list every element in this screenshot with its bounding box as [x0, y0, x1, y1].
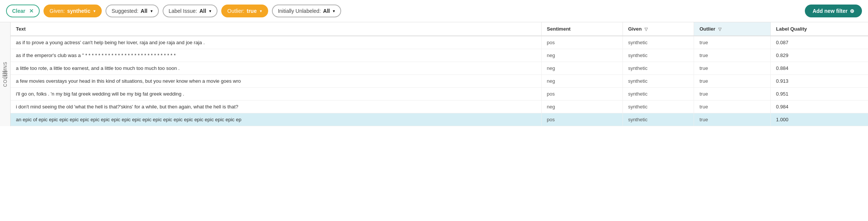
cell-text: i'll go on, folks . 'n my big fat greek …	[11, 88, 541, 100]
cell-outlier: true	[694, 49, 770, 62]
columns-sidebar[interactable]: Columns	[0, 22, 11, 126]
cell-label-quality: 1.000	[770, 113, 868, 126]
cell-label-quality: 0.951	[770, 88, 868, 100]
cell-given: synthetic	[623, 49, 694, 62]
outlier-filter-prefix: Outlier:	[227, 8, 244, 14]
clear-icon: ✕	[29, 8, 34, 14]
cell-label-quality: 0.984	[770, 100, 868, 113]
initially-unlabeled-chevron-icon: ▾	[333, 9, 335, 14]
initially-unlabeled-filter-button[interactable]: Initially Unlabeled: All ▾	[272, 5, 342, 17]
add-filter-button[interactable]: Add new filter ⊕	[805, 5, 862, 17]
table-row[interactable]: as if the emperor's club was a " * * * *…	[11, 49, 868, 62]
initially-unlabeled-value: All	[323, 8, 330, 14]
cell-label-quality: 0.087	[770, 36, 868, 49]
cell-given: synthetic	[623, 113, 694, 126]
cell-outlier: true	[694, 113, 770, 126]
table-row[interactable]: as if to prove a young actress' can't he…	[11, 36, 868, 49]
given-filter-button[interactable]: Given: synthetic ▾	[43, 5, 102, 17]
initially-unlabeled-prefix: Initially Unlabeled:	[278, 8, 321, 14]
cell-text: a few movies overstays your head in this…	[11, 75, 541, 88]
suggested-filter-value: All	[141, 8, 148, 14]
cell-outlier: true	[694, 100, 770, 113]
cell-sentiment: neg	[541, 100, 623, 113]
cell-label-quality: 0.829	[770, 49, 868, 62]
cell-given: synthetic	[623, 88, 694, 100]
data-table: Text Sentiment Given ▽ Outlier ▽ Label Q…	[11, 22, 868, 126]
table-row[interactable]: a few movies overstays your head in this…	[11, 75, 868, 88]
table-header-row: Text Sentiment Given ▽ Outlier ▽ Label Q…	[11, 22, 868, 36]
given-chevron-icon: ▾	[93, 9, 96, 14]
label-issue-filter-prefix: Label Issue:	[169, 8, 197, 14]
given-filter-prefix: Given:	[50, 8, 65, 14]
cell-given: synthetic	[623, 36, 694, 49]
given-filter-icon: ▽	[644, 27, 648, 32]
label-issue-filter-button[interactable]: Label Issue: All ▾	[163, 5, 217, 17]
col-header-text: Text	[11, 22, 541, 36]
suggested-chevron-icon: ▾	[151, 9, 153, 14]
table-row[interactable]: a little too rote, a little too earnest,…	[11, 62, 868, 75]
cell-sentiment: pos	[541, 88, 623, 100]
cell-outlier: true	[694, 75, 770, 88]
table-wrapper: Columns Text Sentiment Given ▽ Outlier ▽	[0, 22, 868, 126]
columns-sidebar-label: Columns	[3, 62, 8, 87]
cell-sentiment: pos	[541, 113, 623, 126]
cell-text: as if to prove a young actress' can't he…	[11, 36, 541, 49]
cell-text: an epic of epic epic epic epic epic epic…	[11, 113, 541, 126]
outlier-filter-icon: ▽	[718, 27, 721, 32]
cell-text: i don't mind seeing the old 'what the he…	[11, 100, 541, 113]
outlier-filter-button[interactable]: Outlier: true ▾	[221, 5, 268, 17]
cell-outlier: true	[694, 36, 770, 49]
add-filter-label: Add new filter	[812, 8, 848, 14]
label-issue-filter-value: All	[199, 8, 206, 14]
table-row[interactable]: i don't mind seeing the old 'what the he…	[11, 100, 868, 113]
suggested-filter-button[interactable]: Suggested: All ▾	[106, 5, 159, 17]
outlier-filter-value: true	[247, 8, 256, 14]
outlier-chevron-icon: ▾	[260, 9, 262, 14]
cell-text: a little too rote, a little too earnest,…	[11, 62, 541, 75]
col-header-given[interactable]: Given ▽	[623, 22, 694, 36]
label-issue-chevron-icon: ▾	[209, 9, 211, 14]
cell-given: synthetic	[623, 62, 694, 75]
cell-outlier: true	[694, 62, 770, 75]
cell-outlier: true	[694, 88, 770, 100]
cell-text: as if the emperor's club was a " * * * *…	[11, 49, 541, 62]
clear-button[interactable]: Clear ✕	[6, 5, 40, 17]
suggested-filter-prefix: Suggested:	[112, 8, 138, 14]
cell-given: synthetic	[623, 75, 694, 88]
add-filter-plus-icon: ⊕	[850, 8, 854, 14]
cell-sentiment: neg	[541, 75, 623, 88]
col-header-label-quality: Label Quality	[770, 22, 868, 36]
col-header-sentiment: Sentiment	[541, 22, 623, 36]
table-row[interactable]: an epic of epic epic epic epic epic epic…	[11, 113, 868, 126]
col-header-outlier[interactable]: Outlier ▽	[694, 22, 770, 36]
clear-label: Clear	[12, 8, 25, 14]
filter-bar: Clear ✕ Given: synthetic ▾ Suggested: Al…	[0, 0, 868, 22]
table-row[interactable]: i'll go on, folks . 'n my big fat greek …	[11, 88, 868, 100]
cell-sentiment: neg	[541, 49, 623, 62]
cell-label-quality: 0.913	[770, 75, 868, 88]
cell-sentiment: pos	[541, 36, 623, 49]
cell-sentiment: neg	[541, 62, 623, 75]
given-filter-value: synthetic	[67, 8, 90, 14]
cell-label-quality: 0.884	[770, 62, 868, 75]
cell-given: synthetic	[623, 100, 694, 113]
